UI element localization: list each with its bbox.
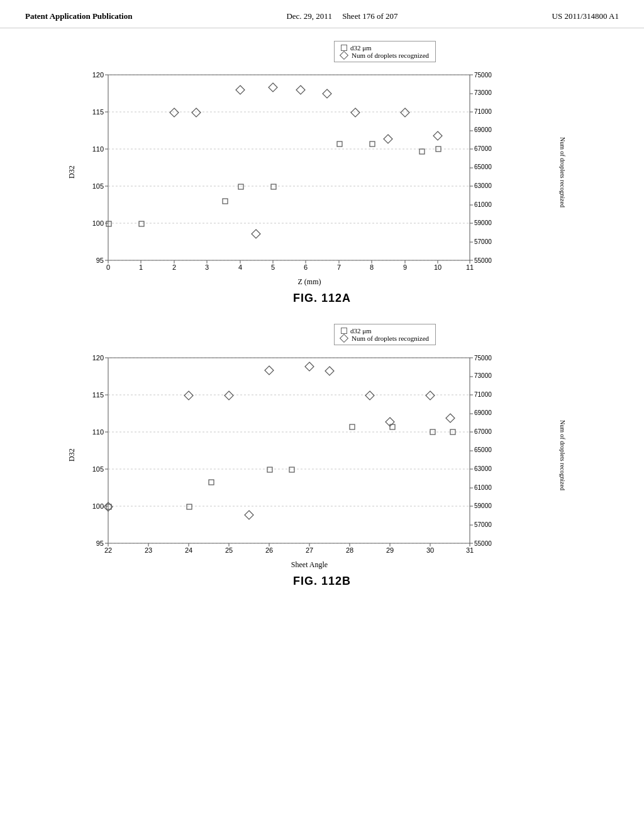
chart1-dia-85	[384, 135, 392, 143]
chart1-sq-8	[370, 141, 375, 147]
svg-text:95: 95	[96, 257, 104, 264]
chart1-dia-75	[351, 108, 360, 117]
chart2-container: d32 μm Num of droplets recognized D32 .a…	[64, 324, 580, 588]
svg-text:73000: 73000	[474, 372, 492, 379]
svg-text:30: 30	[426, 546, 434, 554]
svg-text:100: 100	[92, 502, 104, 510]
chart2-fig-label: FIG. 112B	[64, 575, 580, 588]
svg-text:31: 31	[466, 546, 474, 554]
chart1-sq-0	[106, 221, 111, 226]
svg-text:61000: 61000	[474, 201, 492, 208]
svg-text:28: 28	[346, 546, 353, 554]
svg-text:69000: 69000	[474, 409, 492, 416]
chart1-x-label: Z (mm)	[77, 277, 542, 287]
page-content: d32 μm Num of droplets recognized D32	[0, 28, 644, 600]
svg-text:73000: 73000	[474, 89, 492, 96]
chart1-area: D32 .axis-line { stroke: #555; stroke-wi…	[64, 69, 580, 276]
chart2-dia-285	[365, 391, 374, 400]
header-left: Patent Application Publication	[25, 11, 132, 21]
svg-text:57000: 57000	[474, 238, 492, 245]
svg-text:75000: 75000	[474, 72, 492, 79]
chart1-sq-5	[271, 184, 276, 189]
chart1-legend-item1: d32 μm	[341, 44, 429, 52]
chart1-dia-25	[192, 108, 201, 117]
svg-text:2: 2	[172, 263, 176, 271]
chart1-dia-6	[296, 86, 305, 94]
svg-text:6: 6	[304, 263, 308, 271]
svg-text:65000: 65000	[474, 163, 492, 170]
chart2-legend-item2: Num of droplets recognized	[341, 335, 429, 342]
square-icon2	[341, 328, 347, 334]
svg-text:11: 11	[466, 263, 474, 271]
chart2-dia-255	[245, 511, 253, 519]
diamond-icon	[340, 51, 348, 60]
svg-text:10: 10	[434, 263, 441, 271]
header-center: Dec. 29, 2011 Sheet 176 of 207	[286, 11, 397, 21]
chart1-sq-9	[419, 149, 425, 154]
svg-text:110: 110	[92, 428, 104, 436]
chart2-area: D32 .axis-line2 { stroke: #555; stroke-w…	[64, 351, 580, 559]
chart2-inner: .axis-line2 { stroke: #555; stroke-width…	[77, 351, 542, 559]
chart2-y-left-label: D32	[64, 351, 77, 559]
svg-text:4: 4	[238, 263, 242, 271]
chart1-dia-10	[433, 131, 442, 140]
svg-text:95: 95	[96, 540, 104, 547]
chart1-dia-5	[269, 83, 277, 92]
chart2-y-right-label: Num of droplets recognized	[542, 351, 580, 559]
svg-text:23: 23	[145, 546, 152, 554]
chart1-dia-45	[252, 230, 260, 238]
svg-text:57000: 57000	[474, 521, 492, 528]
chart1-sq-7	[337, 141, 342, 147]
svg-text:55000: 55000	[474, 540, 492, 547]
svg-text:3: 3	[205, 263, 209, 271]
svg-text:63000: 63000	[474, 182, 492, 189]
page-header: Patent Application Publication Dec. 29, …	[0, 0, 644, 28]
chart2-dia-275	[325, 367, 334, 375]
chart2-dia-26	[265, 366, 274, 375]
svg-text:105: 105	[92, 182, 104, 190]
svg-text:65000: 65000	[474, 446, 492, 453]
chart1-dia-67	[323, 89, 331, 98]
svg-text:26: 26	[265, 546, 273, 554]
chart2-dia-30	[426, 391, 435, 400]
svg-text:29: 29	[386, 546, 394, 554]
svg-text:69000: 69000	[474, 126, 492, 133]
svg-text:59000: 59000	[474, 502, 492, 509]
svg-text:63000: 63000	[474, 465, 492, 472]
chart2-sq-265	[289, 467, 294, 472]
svg-text:105: 105	[92, 465, 104, 473]
chart2-sq-26	[267, 467, 272, 472]
chart1-sq-3	[223, 199, 228, 204]
square-icon	[341, 45, 347, 51]
chart2-sq-28	[350, 424, 355, 429]
chart2-x-label: Sheet Angle	[77, 560, 542, 570]
chart1-fig-label: FIG. 112A	[64, 292, 580, 305]
svg-text:0: 0	[106, 263, 110, 271]
svg-text:71000: 71000	[474, 108, 492, 115]
chart1-legend: d32 μm Num of droplets recognized	[334, 41, 436, 62]
svg-text:115: 115	[92, 108, 104, 116]
svg-text:59000: 59000	[474, 219, 492, 226]
svg-text:71000: 71000	[474, 391, 492, 398]
chart1-y-right-label: Num of droplets recognized	[542, 69, 580, 276]
svg-text:67000: 67000	[474, 428, 492, 435]
chart2-legend-item1: d32 μm	[341, 327, 429, 335]
chart2-sq-24	[187, 504, 192, 509]
svg-text:115: 115	[92, 391, 104, 399]
sheet-info: Sheet 176 of 207	[342, 11, 397, 21]
svg-text:120: 120	[92, 354, 104, 362]
chart1-dia-2	[170, 108, 179, 117]
chart2-legend: d32 μm Num of droplets recognized	[334, 324, 436, 345]
svg-text:100: 100	[92, 219, 104, 227]
chart2-svg: .axis-line2 { stroke: #555; stroke-width…	[77, 351, 504, 559]
chart1-y-left-label: D32	[64, 69, 77, 276]
chart2-dia-305	[446, 414, 455, 423]
svg-text:27: 27	[306, 546, 313, 554]
diamond-icon2	[340, 334, 348, 343]
chart2-sq-245	[209, 480, 214, 485]
chart1-container: d32 μm Num of droplets recognized D32	[64, 41, 580, 305]
chart1-sq-1	[139, 221, 144, 226]
svg-text:1: 1	[139, 263, 143, 271]
chart1-inner: .axis-line { stroke: #555; stroke-width:…	[77, 69, 542, 276]
svg-text:120: 120	[92, 71, 104, 79]
